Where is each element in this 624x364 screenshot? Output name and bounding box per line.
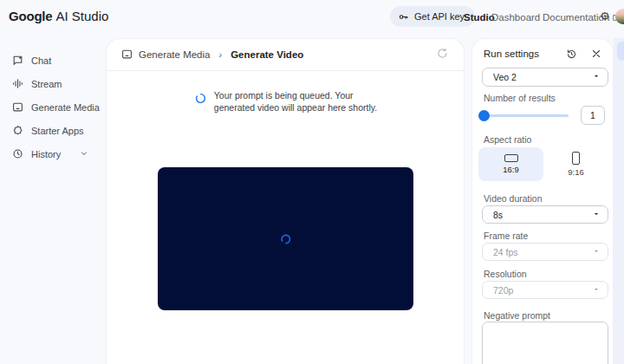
aspect-ratio-options: 16:9 9:16 [478,147,608,181]
run-settings-panel: Run settings Veo 2 Number of results 1 A… [471,38,614,364]
dropdown-caret-icon [592,285,601,296]
breadcrumb-separator: › [218,49,222,60]
logo-product: AI Studio [55,9,108,23]
sidebar-item-starter-apps[interactable]: Starter Apps [5,120,101,141]
nav-dashboard[interactable]: Dashboard [491,12,540,23]
video-duration-value: 8s [493,210,592,220]
sidebar-item-history[interactable]: History [5,144,101,165]
get-api-key-button[interactable]: Get API key [390,6,475,27]
video-loading-spinner-icon [280,233,292,245]
chevron-down-icon[interactable] [80,149,88,159]
refresh-icon[interactable] [437,48,448,62]
aspect-ratio-16-9[interactable]: 16:9 [478,147,543,181]
stream-icon [12,78,23,91]
nav-studio[interactable]: Studio [464,12,495,23]
aspect-ratio-9-16-label: 9:16 [568,167,584,177]
negative-prompt-label: Negative prompt [484,310,550,321]
history-icon [12,148,23,161]
status-message: Your prompt is being queued. Your genera… [214,89,377,114]
loading-spinner-icon [195,93,206,104]
aspect-ratio-16-9-label: 16:9 [503,165,519,174]
sidebar-item-stream[interactable]: Stream [5,74,101,94]
number-of-results-label: Number of results [484,93,556,103]
settings-gear-icon[interactable]: ⚙ [600,10,610,22]
status-line-2: generated video will appear here shortly… [214,102,377,113]
frame-rate-select[interactable]: 24 fps [482,243,608,261]
aspect-ratio-label: Aspect ratio [484,134,531,145]
resolution-label: Resolution [484,269,527,279]
breadcrumb-parent[interactable]: Generate Media [139,49,210,60]
scrollbar-thumb[interactable] [617,42,624,61]
breadcrumb-current: Generate Video [231,49,303,60]
dropdown-caret-icon [592,247,601,257]
media-icon [12,101,23,114]
divider [107,70,465,71]
close-icon[interactable] [591,49,601,59]
sidebar-item-chat[interactable]: Chat [5,50,101,71]
video-placeholder [158,167,413,310]
sidebar-item-label: Stream [31,79,62,89]
app-logo[interactable]: GoogleAI Studio [9,9,108,23]
slider-thumb[interactable] [478,110,490,121]
sidebar-item-label: Generate Media [31,102,100,113]
frame-rate-label: Frame rate [484,231,528,241]
chat-icon [12,55,23,68]
number-of-results-value[interactable]: 1 [581,106,605,125]
status-line-1: Your prompt is being queued. Your [214,90,354,101]
portrait-icon [572,152,580,165]
dropdown-caret-icon [592,72,601,82]
top-header: GoogleAI Studio Get API key Studio Dashb… [0,0,624,35]
queue-status: Your prompt is being queued. Your genera… [107,89,465,114]
model-value: Veo 2 [493,72,592,82]
scrollbar-track[interactable] [614,38,624,364]
video-duration-label: Video duration [484,193,543,204]
model-select[interactable]: Veo 2 [482,68,608,87]
logo-brand: Google [9,9,52,23]
sidebar-item-label: Chat [31,55,51,66]
starter-apps-icon [12,125,23,138]
sidebar-item-label: Starter Apps [31,126,84,136]
key-icon [398,11,409,23]
reset-settings-icon[interactable] [566,49,577,60]
frame-rate-value: 24 fps [493,247,592,257]
get-api-key-label: Get API key [414,11,465,22]
aspect-ratio-9-16[interactable]: 9:16 [543,147,608,181]
run-settings-title: Run settings [484,49,539,59]
resolution-value: 720p [493,285,592,296]
negative-prompt-input[interactable] [482,322,608,364]
media-icon [121,49,133,60]
sidebar-item-generate-media[interactable]: Generate Media [5,97,101,118]
resolution-select[interactable]: 720p [482,281,608,299]
sidebar-item-label: History [31,149,61,159]
breadcrumb: Generate Media › Generate Video [121,49,303,60]
generate-media-panel: Generate Media › Generate Video Your pro… [106,38,465,364]
video-duration-select[interactable]: 8s [482,205,608,224]
dropdown-caret-icon [592,210,601,220]
slider-track[interactable] [482,114,569,117]
sidebar: Chat Stream Generate Media Starter Apps … [0,38,106,364]
landscape-icon [504,154,518,162]
number-of-results-slider: 1 [478,104,608,127]
